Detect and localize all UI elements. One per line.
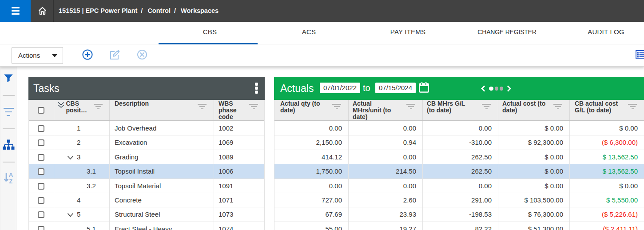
svg-text:A: A	[9, 172, 13, 178]
svg-text:Z: Z	[9, 178, 13, 184]
